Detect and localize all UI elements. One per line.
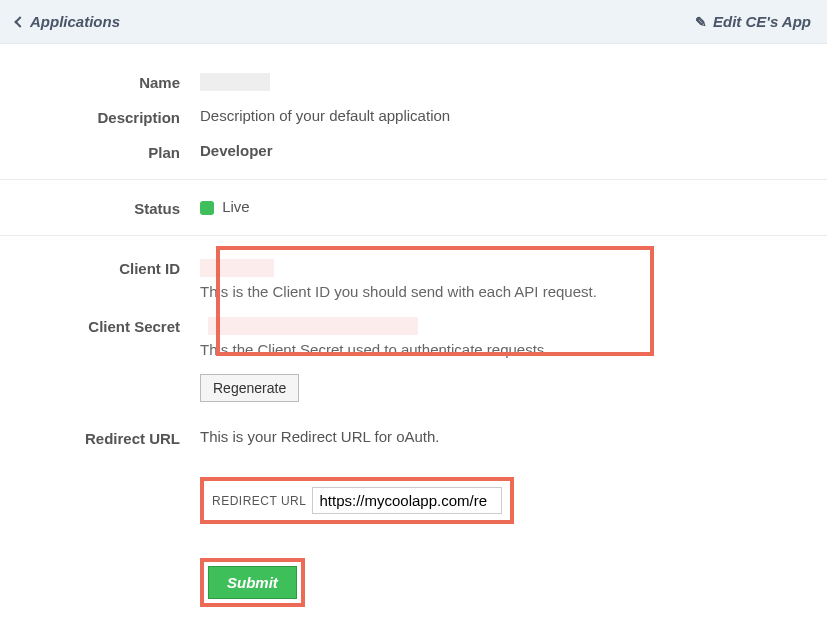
row-client-secret: Client Secret This the Client Secret use…	[0, 308, 827, 366]
redacted-name	[200, 73, 270, 91]
highlight-box-submit: Submit	[200, 558, 305, 607]
redacted-client-id	[200, 259, 274, 277]
row-regenerate: Regenerate	[0, 366, 827, 410]
redirect-url-input[interactable]	[312, 487, 502, 514]
row-plan: Plan Developer	[0, 134, 827, 169]
status-value-wrap: Live	[200, 198, 827, 217]
row-redirect-input: REDIRECT URL	[0, 455, 827, 532]
name-value	[200, 72, 827, 91]
row-client-id: Client ID This is the Client ID you shou…	[0, 246, 827, 308]
divider	[0, 179, 827, 180]
client-secret-value-wrap: This the Client Secret used to authentic…	[200, 316, 827, 358]
client-secret-label: Client Secret	[0, 316, 200, 358]
row-description: Description Description of your default …	[0, 99, 827, 134]
name-label: Name	[0, 72, 200, 91]
credentials-section: Client ID This is the Client ID you shou…	[0, 246, 827, 366]
redirect-input-label: REDIRECT URL	[212, 494, 306, 508]
edit-app-link[interactable]: ✎ Edit CE's App	[695, 13, 811, 30]
redirect-url-label: Redirect URL	[0, 428, 200, 447]
row-redirect-url: Redirect URL This is your Redirect URL f…	[0, 410, 827, 455]
content-area: Name Description Description of your def…	[0, 44, 827, 615]
client-id-label: Client ID	[0, 258, 200, 300]
redirect-url-help: This is your Redirect URL for oAuth.	[200, 428, 827, 447]
client-secret-help: This the Client Secret used to authentic…	[200, 341, 797, 358]
status-badge-icon	[200, 201, 214, 215]
client-id-help: This is the Client ID you should send wi…	[200, 283, 797, 300]
submit-button[interactable]: Submit	[208, 566, 297, 599]
plan-value: Developer	[200, 142, 827, 161]
description-value: Description of your default application	[200, 107, 827, 126]
status-label: Status	[0, 198, 200, 217]
divider	[0, 235, 827, 236]
redacted-client-secret	[208, 317, 418, 335]
regenerate-button[interactable]: Regenerate	[200, 374, 299, 402]
breadcrumb-label: Applications	[30, 13, 120, 30]
client-id-value-wrap: This is the Client ID you should send wi…	[200, 258, 827, 300]
row-status: Status Live	[0, 190, 827, 225]
pencil-icon: ✎	[695, 14, 707, 30]
edit-link-label: Edit CE's App	[713, 13, 811, 30]
row-submit: Submit	[0, 532, 827, 615]
highlight-box-redirect-input: REDIRECT URL	[200, 477, 514, 524]
page-header: Applications ✎ Edit CE's App	[0, 0, 827, 44]
description-label: Description	[0, 107, 200, 126]
row-name: Name	[0, 64, 827, 99]
plan-label: Plan	[0, 142, 200, 161]
chevron-left-icon	[14, 16, 25, 27]
status-value: Live	[222, 198, 250, 215]
breadcrumb-applications[interactable]: Applications	[16, 13, 120, 30]
